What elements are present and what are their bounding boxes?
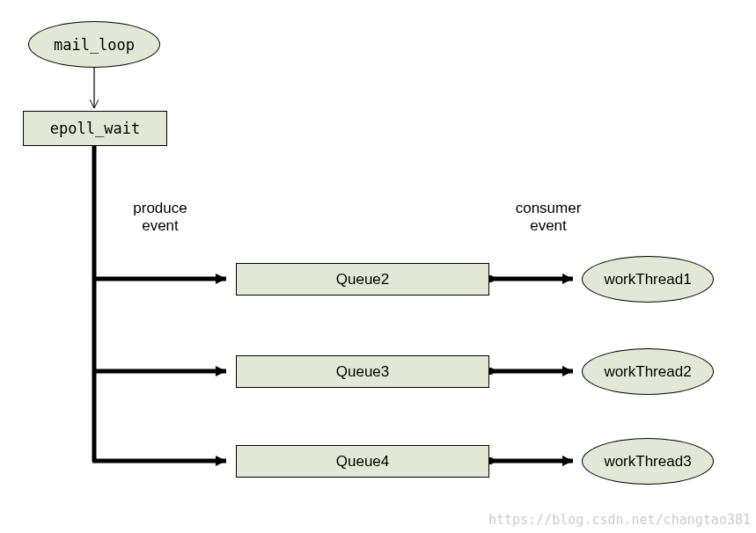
workthread2-node: workThread2 — [582, 348, 714, 395]
consumer-event-label: consumer event — [495, 200, 601, 235]
produce-event-label: produce event — [107, 200, 213, 235]
queue3-label: Queue3 — [336, 363, 390, 381]
epoll-wait-node: epoll_wait — [23, 111, 167, 146]
mail-loop-node: mail_loop — [28, 21, 160, 68]
queue3-node: Queue3 — [236, 355, 489, 388]
workthread3-node: workThread3 — [582, 438, 714, 485]
workthread1-label: workThread1 — [604, 271, 691, 288]
queue4-node: Queue4 — [236, 445, 489, 478]
workthread2-label: workThread2 — [604, 363, 691, 381]
watermark: https://blog.csdn.net/changtao381 — [488, 512, 751, 528]
queue2-label: Queue2 — [336, 271, 390, 288]
queue2-node: Queue2 — [236, 263, 489, 296]
queue4-label: Queue4 — [336, 453, 390, 471]
workthread3-label: workThread3 — [604, 453, 691, 471]
mail-loop-label: mail_loop — [54, 36, 135, 54]
workthread1-node: workThread1 — [582, 256, 714, 303]
epoll-wait-label: epoll_wait — [50, 120, 140, 137]
